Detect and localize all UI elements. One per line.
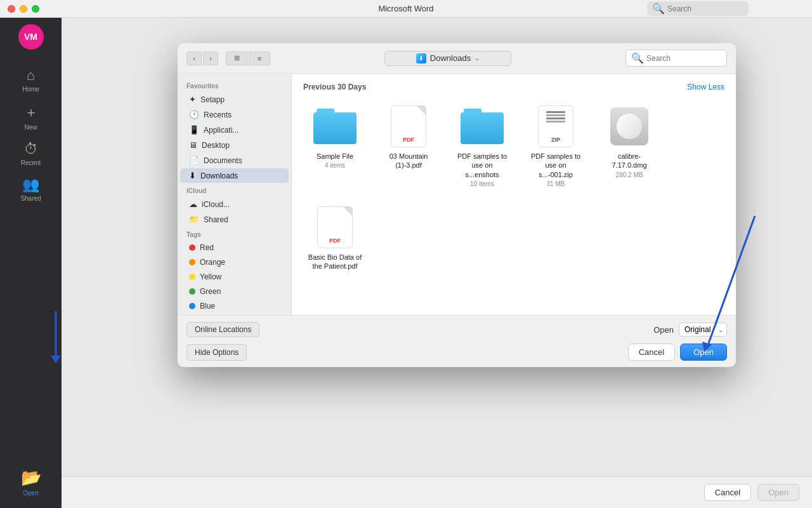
dmg-icon: [610, 107, 648, 145]
file-name: Sample File: [317, 152, 353, 161]
pdf-icon: PDF: [391, 105, 426, 147]
sidebar-item-label: Shared: [204, 215, 228, 224]
sidebar-item-tag-yellow[interactable]: Yellow: [180, 270, 289, 284]
dialog-toolbar: ‹ › ⊞ ≡ ⬇ Downloads ⌄ 🔍: [178, 43, 736, 74]
format-select-wrapper[interactable]: Original PDF Word: [679, 323, 727, 337]
sidebar-item-recents[interactable]: 🕐 Recents: [180, 107, 289, 122]
sidebar-item-label: Home: [22, 86, 39, 93]
sidebar-item-icloud-shared[interactable]: 📁 Shared: [180, 212, 289, 227]
sidebar-item-label: Applicati...: [204, 126, 239, 135]
tags-section-label: Tags: [178, 227, 291, 240]
sidebar-item-tag-red[interactable]: Red: [180, 241, 289, 255]
documents-icon: 📄: [189, 156, 199, 165]
setapp-icon: ✦: [189, 95, 196, 104]
bottom-bar: Cancel Open: [62, 476, 812, 508]
sidebar-item-label: Recent: [21, 159, 41, 166]
app-sidebar: VM ⌂ Home ＋ New ⏱ Recent 👥 Shared 📂 Open: [0, 18, 62, 508]
format-select[interactable]: Original PDF Word: [679, 323, 727, 337]
hide-options-button[interactable]: Hide Options: [187, 344, 247, 361]
open-label: Open: [653, 325, 674, 335]
footer-action-buttons: Cancel Open: [628, 344, 727, 361]
location-selector: ⬇ Downloads ⌄: [275, 51, 620, 66]
location-icon: ⬇: [416, 53, 426, 64]
red-tag-dot: [189, 244, 195, 251]
list-view-button[interactable]: ≡: [249, 51, 270, 65]
file-item-calibre-dmg[interactable]: calibre-7.17.0.dmg 280.2 MB: [598, 100, 661, 191]
file-item-pdf-zip[interactable]: ZIP PDF samples to use on s...-001.zip 3…: [524, 100, 587, 191]
sidebar-item-downloads[interactable]: ⬇ Downloads: [180, 168, 289, 183]
shared-folder-icon: 📁: [189, 215, 199, 224]
sidebar-item-open[interactable]: 📂 Open: [0, 463, 62, 502]
file-icon-wrapper: PDF: [386, 104, 431, 149]
file-meta: 280.2 MB: [616, 171, 643, 178]
pdf-icon: PDF: [317, 206, 353, 248]
grid-view-button[interactable]: ⊞: [226, 51, 247, 65]
back-button[interactable]: ‹: [187, 51, 202, 65]
file-item-pdf-samples[interactable]: PDF samples to use on s...enshots 10 ite…: [450, 100, 514, 191]
sidebar-item-applications[interactable]: 📱 Applicati...: [180, 123, 289, 137]
sidebar-item-tag-green[interactable]: Green: [180, 284, 289, 298]
titlebar-search[interactable]: 🔍: [647, 1, 749, 16]
bottom-cancel-button[interactable]: Cancel: [704, 484, 751, 501]
dialog-search-input[interactable]: [646, 54, 723, 63]
view-toggle[interactable]: ⊞ ≡: [226, 51, 270, 65]
dialog-footer: Online Locations Open Original PDF Word …: [178, 315, 736, 367]
sidebar-item-label: iCloud...: [202, 200, 230, 209]
orange-tag-dot: [189, 259, 195, 265]
blue-tag-dot: [189, 303, 195, 309]
file-name: Basic Bio Data of the Patient.pdf: [307, 253, 363, 271]
nav-arrows[interactable]: ‹ ›: [187, 51, 218, 65]
show-less-button[interactable]: Show Less: [687, 83, 724, 91]
zip-icon: ZIP: [538, 105, 573, 147]
icloud-section-label: iCloud: [178, 184, 291, 196]
sidebar-item-icloud[interactable]: ☁ iCloud...: [180, 197, 289, 211]
bottom-open-button[interactable]: Open: [757, 484, 799, 501]
file-meta: 10 items: [470, 180, 494, 187]
cancel-button[interactable]: Cancel: [628, 344, 675, 361]
sidebar-item-shared[interactable]: 👥 Shared: [0, 171, 62, 207]
file-item-mountain-pdf[interactable]: PDF 03 Mountain (1)-3.pdf: [377, 100, 440, 191]
dialog-search[interactable]: 🔍: [625, 50, 727, 67]
dialog-body: Favourites ✦ Setapp 🕐 Recents 📱 Applicat…: [178, 74, 736, 315]
file-name: 03 Mountain (1)-3.pdf: [381, 152, 436, 170]
file-name: calibre-7.17.0.dmg: [601, 152, 657, 170]
file-icon-wrapper: ZIP: [534, 104, 578, 149]
recents-icon: 🕐: [189, 110, 199, 119]
sidebar-item-new[interactable]: ＋ New: [0, 98, 62, 136]
sidebar-item-home[interactable]: ⌂ Home: [0, 62, 62, 98]
sidebar-item-recent[interactable]: ⏱ Recent: [0, 136, 62, 171]
sidebar-item-label: New: [24, 124, 37, 131]
plus-icon: ＋: [24, 103, 38, 122]
icloud-icon: ☁: [189, 199, 197, 209]
maximize-button[interactable]: [32, 5, 39, 13]
sidebar-item-documents[interactable]: 📄 Documents: [180, 153, 289, 168]
window-controls[interactable]: [8, 5, 39, 13]
sidebar-item-setapp[interactable]: ✦ Setapp: [180, 92, 289, 107]
open-button[interactable]: Open: [680, 344, 727, 361]
minimize-button[interactable]: [20, 5, 27, 13]
sidebar-item-tag-orange[interactable]: Orange: [180, 255, 289, 269]
tag-label: Orange: [200, 258, 225, 267]
sidebar-item-tag-blue[interactable]: Blue: [180, 299, 289, 313]
file-item-basic-bio[interactable]: PDF Basic Bio Data of the Patient.pdf: [303, 201, 367, 276]
titlebar-search-input[interactable]: [667, 4, 743, 13]
folder-icon-teal: [461, 109, 504, 144]
footer-top: Online Locations Open Original PDF Word: [187, 322, 727, 337]
tag-label: Red: [200, 243, 214, 252]
sidebar-item-desktop[interactable]: 🖥 Desktop: [180, 138, 289, 152]
clock-icon: ⏱: [24, 141, 38, 157]
file-meta: 4 items: [325, 162, 345, 169]
downloads-icon: ⬇: [189, 171, 196, 180]
online-locations-button[interactable]: Online Locations: [187, 322, 259, 337]
desktop-icon: 🖥: [189, 140, 197, 150]
avatar: VM: [18, 24, 44, 50]
home-icon: ⌂: [27, 67, 35, 84]
file-open-dialog: ‹ › ⊞ ≡ ⬇ Downloads ⌄ 🔍 Favourites ✦ Set…: [178, 43, 736, 367]
file-area: Previous 30 Days Show Less Sample File 4…: [292, 74, 736, 315]
close-button[interactable]: [8, 5, 15, 13]
sidebar-item-label: Setapp: [200, 95, 225, 104]
file-item-sample-file[interactable]: Sample File 4 items: [303, 100, 367, 191]
forward-button[interactable]: ›: [203, 51, 218, 65]
location-dropdown[interactable]: ⬇ Downloads ⌄: [384, 51, 511, 66]
window-title: Microsoft Word: [378, 4, 433, 13]
